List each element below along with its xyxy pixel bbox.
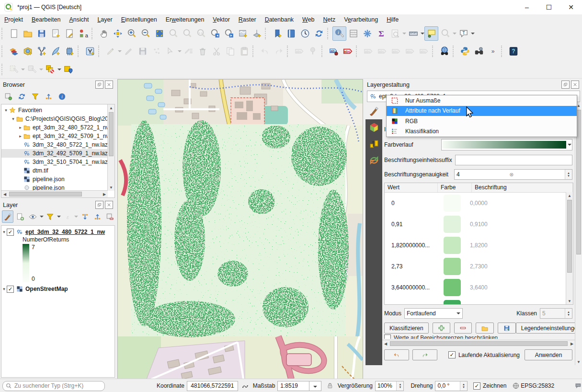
python-console-button[interactable] [458,44,472,58]
add-group-button[interactable] [14,210,26,223]
zoom-last-button[interactable] [208,26,222,41]
measure-button[interactable] [406,26,420,41]
classify-button[interactable]: Klassifizieren [384,323,429,334]
style-undo-button[interactable] [384,349,409,360]
data-source-manager-button[interactable] [7,44,21,58]
tab-3d-view[interactable] [365,119,382,136]
new-project-button[interactable] [7,26,21,41]
add-class-button[interactable] [433,323,450,334]
zoom-next-button[interactable] [222,26,236,41]
browser-item[interactable]: ▸ept_3dm_32_492_5709_1_nw [1,132,108,140]
modus-combo[interactable]: Fortlaufend [404,308,463,319]
zoom-full-button[interactable] [152,26,166,41]
new-virtual-layer-button[interactable] [83,44,97,58]
show-properties-widget-button[interactable]: i [56,90,68,103]
help-contents-button[interactable]: ? [506,44,520,58]
deselect-all-dropdown-arrow[interactable] [57,63,61,76]
legend-settings-button[interactable]: Legendeneinstellungen... [516,323,582,334]
browser-item[interactable]: 3dm_32_492_5709_1_nw.laz [1,149,108,158]
tree-arrow[interactable]: ▾ [3,108,9,113]
identify-features-button[interactable]: i [332,26,346,41]
tree-arrow[interactable]: ▸ [18,134,23,138]
new-print-layout-button[interactable] [48,26,62,41]
pin-labels-button[interactable]: ab [327,44,341,58]
messages-icon[interactable] [574,381,582,390]
tab-elevation[interactable] [365,136,382,152]
menu-web[interactable]: Web [298,15,319,24]
pointcloud-layer-name[interactable]: ept_3dm_32_480_5722_1_nw [25,229,105,235]
basemap-layer-checkbox[interactable]: ✓ [7,286,14,293]
layout-manager-button[interactable] [62,26,76,41]
styling-vscrollbar[interactable]: ▲▼ [575,102,582,365]
render-mode-option[interactable]: Nur Ausmaße [387,95,577,106]
map-tips-button[interactable] [424,26,438,41]
new-shapefile-layer-button[interactable] [34,44,48,58]
browser-item[interactable]: ▸ept_3dm_32_480_5722_1_nw [1,123,108,132]
browser-close-button[interactable] [105,81,113,89]
add-selected-layers-button[interactable] [2,90,14,103]
apply-button[interactable]: Anwenden [525,349,572,360]
browser-item[interactable]: dtm.tif [1,166,108,175]
close-button[interactable]: ✕ [560,0,582,14]
menu-einstellungen[interactable]: Einstellungen [117,15,161,24]
pointcloud-layer-checkbox[interactable]: ✓ [7,229,14,236]
refresh-browser-button[interactable] [15,90,28,103]
style-redo-button[interactable] [412,349,437,360]
remove-class-button[interactable] [454,323,472,334]
filter-browser-button[interactable] [29,90,41,103]
new-geopackage-layer-button[interactable] [21,44,34,58]
open-layer-styling-button[interactable] [2,210,13,223]
map-canvas[interactable] [117,79,363,380]
temporal-controller-button[interactable] [298,26,312,41]
manage-map-themes-button[interactable] [27,210,38,223]
scale-combo-arrow[interactable] [309,381,321,391]
layer-expand-arrow[interactable]: ▾ [1,230,7,234]
class-farbe[interactable] [438,237,466,254]
menu-hilfe[interactable]: Hilfe [382,15,403,24]
class-farbe[interactable] [438,258,466,275]
text-annotation-button[interactable]: T [456,26,470,41]
menu-datenbank[interactable]: Datenbank [261,15,298,24]
remove-layer-button[interactable] [104,210,116,223]
filter-legend-button[interactable] [45,210,56,223]
browser-item[interactable]: 3dm_32_480_5722_1_nw.laz [1,140,108,149]
browser-item[interactable]: pipeline.json [1,175,108,184]
table-vscrollbar[interactable]: ▲▼ [566,192,573,304]
class-row[interactable]: 00,0000 [385,193,573,214]
minimize-button[interactable]: – [516,0,538,14]
new-spatial-bookmark-button[interactable] [270,26,284,41]
open-project-button[interactable] [21,26,34,41]
new-map-view-button[interactable] [236,26,250,41]
menu-layer[interactable]: Layer [93,15,116,24]
col-wert[interactable]: Wert [385,183,438,192]
filter-legend-dropdown-arrow[interactable] [57,210,61,223]
style-manager-button[interactable]: a [76,26,90,41]
coordinate-tracking-icon[interactable] [241,381,249,390]
browser-hscrollbar[interactable]: ◀▶ [1,190,108,197]
pan-to-selection-button[interactable] [111,26,125,41]
browser-vscrollbar[interactable]: ▲▼ [107,104,114,191]
col-beschriftung[interactable]: Beschriftung [472,183,573,192]
render-mode-option[interactable]: RGB [387,116,577,127]
layer-float-button[interactable] [95,201,103,209]
basemap-expand-arrow[interactable]: ▾ [1,287,7,291]
color-ramp-combo[interactable] [441,139,572,150]
menu-raster[interactable]: Raster [234,15,261,24]
highlight-labels-button[interactable]: abc [341,44,354,58]
menu-projekt[interactable]: Projekt [0,15,27,24]
metasearch-button[interactable] [437,44,451,58]
menu-ansicht[interactable]: Ansicht [65,15,93,24]
menu-bearbeiten[interactable]: Bearbeiten [27,15,65,24]
menu-vektor[interactable]: Vektor [208,15,234,24]
tree-arrow[interactable]: ▸ [18,125,23,130]
class-row[interactable] [385,298,573,305]
show-statistics-button[interactable]: Σ [374,26,388,41]
col-farbe[interactable]: Farbe [438,183,472,192]
tab-symbology[interactable] [365,103,382,119]
menu-netz[interactable]: Netz [319,15,340,24]
coordinate-input[interactable]: 481066,5722591 [187,381,238,391]
save-project-button[interactable] [34,26,48,41]
layer-close-button[interactable] [105,201,113,209]
menu-verarbeitung[interactable]: Verarbeitung [340,15,382,24]
crs-globe-icon[interactable] [512,381,520,390]
